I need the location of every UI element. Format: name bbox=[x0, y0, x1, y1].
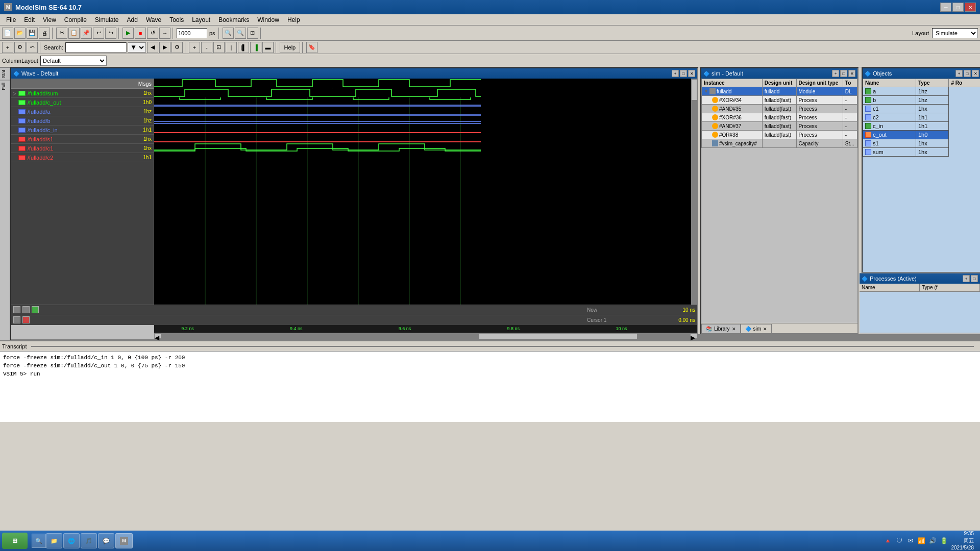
search-options[interactable]: ⚙ bbox=[172, 42, 183, 53]
restart-button[interactable]: ↺ bbox=[147, 28, 158, 39]
sim-row-vsim[interactable]: #vsim_capacity# Capacity St... bbox=[702, 139, 857, 148]
scroll-thumb[interactable] bbox=[479, 334, 638, 339]
sim-row-and35[interactable]: #AND#35 fulladd(fast) Process - bbox=[702, 105, 857, 113]
paste-button[interactable]: 📌 bbox=[81, 28, 92, 39]
search-dropdown[interactable]: ▼ bbox=[128, 42, 146, 53]
start-button[interactable]: ⊞ bbox=[2, 533, 28, 549]
obj-row-sum[interactable]: sum 1hx bbox=[863, 148, 981, 157]
menu-file[interactable]: File bbox=[2, 15, 20, 24]
signal-row-sum[interactable]: ▷ /fulladd/sum 1hx bbox=[11, 89, 154, 98]
signal-row-s1[interactable]: /fulladd/s1 1hx bbox=[11, 135, 154, 144]
wave-zoom-out[interactable]: - bbox=[201, 42, 212, 53]
sim-row-or38[interactable]: #OR#38 fulladd(fast) Process - bbox=[702, 131, 857, 139]
taskbar-item-modelsim[interactable]: M bbox=[115, 533, 133, 548]
tray-icon-battery[interactable]: 🔋 bbox=[940, 537, 948, 545]
taskbar-item-teams[interactable]: 💬 bbox=[98, 533, 114, 548]
step-button[interactable]: → bbox=[159, 28, 170, 39]
menu-add[interactable]: Add bbox=[123, 15, 142, 24]
wave-zoom-in[interactable]: + bbox=[189, 42, 200, 53]
menu-bookmarks[interactable]: Bookmarks bbox=[214, 15, 253, 24]
print-button[interactable]: 🖨 bbox=[39, 28, 50, 39]
bookmark-button[interactable]: 🔖 bbox=[306, 42, 317, 53]
stop-button[interactable]: ■ bbox=[135, 28, 146, 39]
wave-play-btn[interactable] bbox=[22, 306, 30, 313]
tray-icon-wifi[interactable]: 📶 bbox=[918, 537, 926, 545]
obj-row-s1[interactable]: s1 1hx bbox=[863, 139, 981, 148]
obj-row-b[interactable]: b 1hz bbox=[863, 96, 981, 105]
tray-icon-network[interactable]: 🔺 bbox=[884, 537, 892, 545]
menu-simulate[interactable]: Simulate bbox=[91, 15, 123, 24]
close-button[interactable]: ✕ bbox=[965, 3, 976, 12]
maximize-button[interactable]: □ bbox=[952, 3, 964, 12]
save-button[interactable]: 💾 bbox=[27, 28, 38, 39]
signal-row-b[interactable]: /fulladd/b 1hz bbox=[11, 116, 154, 126]
wave-record-btn[interactable] bbox=[13, 306, 20, 313]
signal-row-a[interactable]: /fulladd/a 1hz bbox=[11, 107, 154, 116]
signal-row-cout[interactable]: /fulladd/c_out 1h0 bbox=[11, 98, 154, 107]
sim-row-and37[interactable]: #AND#37 fulladd(fast) Process - bbox=[702, 122, 857, 131]
taskbar-search[interactable]: 🔍 bbox=[32, 534, 46, 548]
sim-row-xor36[interactable]: #XOR#36 fulladd(fast) Process - bbox=[702, 113, 857, 122]
redo-button[interactable]: ↪ bbox=[105, 28, 116, 39]
tray-icon-antivirus[interactable]: 🛡 bbox=[895, 537, 903, 545]
wave-options2[interactable]: |▌ bbox=[238, 42, 249, 53]
wave-zoom-all[interactable]: ⊡ bbox=[213, 42, 225, 53]
wave-scrollbar-thumb[interactable] bbox=[692, 80, 697, 100]
menu-help[interactable]: Help bbox=[283, 15, 304, 24]
sim-panel-expand[interactable]: + bbox=[832, 70, 839, 77]
search-prev[interactable]: ◀ bbox=[147, 42, 158, 53]
menu-wave[interactable]: Wave bbox=[142, 15, 165, 24]
processes-panel-maximize[interactable]: □ bbox=[971, 275, 978, 282]
new-button[interactable]: 📄 bbox=[2, 28, 13, 39]
columnlayout-select[interactable]: Default bbox=[40, 56, 107, 66]
sim-row-xor34[interactable]: #XOR#34 fulladd(fast) Process - bbox=[702, 96, 857, 105]
wave-nav-button[interactable]: ⤺ bbox=[27, 42, 38, 53]
cursor-btn1[interactable] bbox=[13, 316, 20, 323]
tray-icon-mail[interactable]: ✉ bbox=[906, 537, 915, 545]
cut-button[interactable]: ✂ bbox=[56, 28, 67, 39]
wave-scrollbar-h[interactable]: ◀ ▶ bbox=[154, 333, 697, 339]
objects-panel-close[interactable]: ✕ bbox=[972, 70, 979, 77]
taskbar-item-browser[interactable]: 🌐 bbox=[63, 533, 80, 548]
signal-row-c1[interactable]: /fulladd/c1 1hx bbox=[11, 144, 154, 153]
obj-row-c1[interactable]: c1 1hx bbox=[863, 105, 981, 113]
menu-edit[interactable]: Edit bbox=[20, 15, 39, 24]
undo-button[interactable]: ↩ bbox=[93, 28, 104, 39]
sim-tab-sim[interactable]: 🔷 sim ✕ bbox=[741, 324, 772, 333]
wave-display[interactable] bbox=[154, 79, 697, 305]
wave-config-button[interactable]: ⚙ bbox=[14, 42, 26, 53]
sim-panel-maximize[interactable]: □ bbox=[840, 70, 847, 77]
library-close-btn[interactable]: ✕ bbox=[732, 327, 736, 332]
zoom-in-button[interactable]: 🔍 bbox=[223, 28, 234, 39]
menu-tools[interactable]: Tools bbox=[165, 15, 188, 24]
obj-row-a[interactable]: a 1hz bbox=[863, 87, 981, 96]
wave-panel-expand[interactable]: + bbox=[672, 70, 679, 77]
wave-options4[interactable]: ▬ bbox=[262, 42, 274, 53]
sim-panel-close[interactable]: ✕ bbox=[848, 70, 855, 77]
signal-row-c2[interactable]: /fulladd/c2 1h1 bbox=[11, 153, 154, 162]
search-input[interactable] bbox=[65, 42, 127, 53]
sim-row-fulladd[interactable]: ▼ fulladd fulladd Module DL bbox=[702, 87, 857, 96]
minimize-button[interactable]: ─ bbox=[940, 3, 951, 12]
run-button[interactable]: ▶ bbox=[122, 28, 134, 39]
zoom-out-button[interactable]: 🔍 bbox=[235, 28, 246, 39]
sim-close-btn[interactable]: ✕ bbox=[763, 327, 767, 332]
menu-window[interactable]: Window bbox=[253, 15, 283, 24]
taskbar-item-media[interactable]: 🎵 bbox=[81, 533, 97, 548]
menu-compile[interactable]: Compile bbox=[60, 15, 91, 24]
sim-scrollbar-h[interactable] bbox=[698, 334, 860, 340]
obj-row-cout[interactable]: c_out 1h0 bbox=[863, 131, 981, 139]
wave-options3[interactable]: ▐ bbox=[250, 42, 261, 53]
objects-panel-expand[interactable]: + bbox=[955, 70, 963, 77]
sim-tab-library[interactable]: 📚 Library ✕ bbox=[701, 324, 741, 333]
right-scrollbar-h[interactable] bbox=[860, 334, 980, 340]
menu-layout[interactable]: Layout bbox=[188, 15, 214, 24]
search-next[interactable]: ▶ bbox=[159, 42, 170, 53]
copy-button[interactable]: 📋 bbox=[68, 28, 80, 39]
wave-scrollbar-v[interactable] bbox=[691, 79, 697, 305]
time-input[interactable]: 1000 bbox=[177, 28, 207, 38]
zoom-fit-button[interactable]: ⊡ bbox=[247, 28, 258, 39]
menu-view[interactable]: View bbox=[39, 15, 60, 24]
scroll-right-btn[interactable]: ▶ bbox=[690, 334, 697, 339]
wave-run-btn[interactable] bbox=[32, 306, 39, 313]
